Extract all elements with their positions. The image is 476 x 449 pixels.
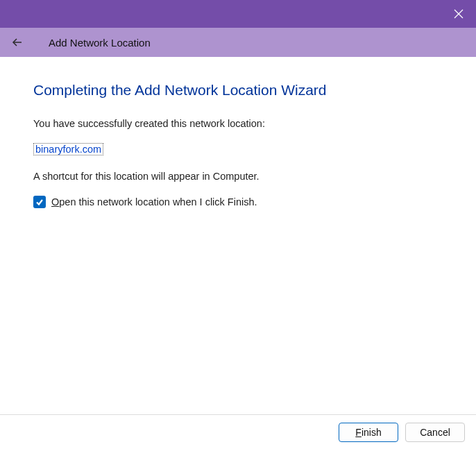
open-after-finish-row: Open this network location when I click …: [33, 196, 443, 208]
page-title: Completing the Add Network Location Wiza…: [33, 82, 443, 99]
location-link[interactable]: binaryfork.com: [33, 143, 103, 155]
open-after-finish-label[interactable]: Open this network location when I click …: [51, 196, 257, 207]
finish-button[interactable]: Finish: [339, 423, 398, 442]
open-after-finish-checkbox[interactable]: [33, 196, 46, 208]
back-icon[interactable]: [11, 36, 24, 49]
titlebar: [0, 0, 476, 28]
cancel-button[interactable]: Cancel: [405, 423, 465, 442]
header-title: Add Network Location: [49, 37, 151, 49]
wizard-content: Completing the Add Network Location Wiza…: [0, 57, 476, 414]
success-text: You have successfully created this netwo…: [33, 118, 443, 129]
close-icon[interactable]: [454, 9, 464, 19]
wizard-footer: Finish Cancel: [0, 414, 476, 449]
shortcut-text: A shortcut for this location will appear…: [33, 171, 443, 182]
wizard-header: Add Network Location: [0, 28, 476, 57]
checkmark-icon: [35, 198, 44, 206]
